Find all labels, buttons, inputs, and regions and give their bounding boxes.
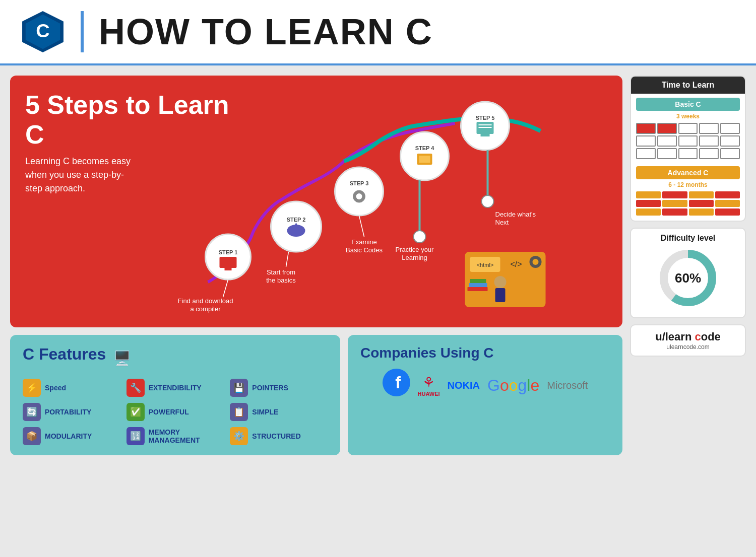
advanced-c-section: Advanced C 6 - 12 months bbox=[631, 166, 745, 221]
microsoft-logo: Microsoft bbox=[547, 380, 588, 391]
svg-line-28 bbox=[286, 252, 289, 267]
svg-text:Next: Next bbox=[495, 219, 509, 226]
steps-path-svg: STEP 1 STEP 2 STEP 3 bbox=[101, 91, 617, 317]
features-panel: C Features 🖥️ ⚡ Speed 🔧 EXTENDIBILITY bbox=[10, 335, 340, 455]
svg-text:STEP 1: STEP 1 bbox=[219, 249, 238, 255]
adv-cell bbox=[689, 200, 714, 207]
feature-label: MEMORY MANAGEMENT bbox=[149, 428, 224, 444]
svg-text:the basics: the basics bbox=[266, 276, 296, 284]
brand-panel: u/learn code ulearncode.com bbox=[630, 324, 746, 357]
basic-c-section: Basic C 3 weeks bbox=[631, 94, 745, 166]
svg-point-48 bbox=[494, 276, 507, 288]
list-item: ✅ POWERFUL bbox=[127, 403, 224, 421]
svg-text:</>: </> bbox=[511, 260, 522, 268]
adv-cell bbox=[662, 208, 687, 216]
calendar-cell bbox=[699, 135, 719, 147]
basic-c-title: Basic C bbox=[636, 98, 740, 111]
header: C HOW TO LEARN C bbox=[0, 0, 756, 65]
adv-cell bbox=[636, 191, 661, 198]
svg-text:STEP 4: STEP 4 bbox=[415, 145, 435, 151]
svg-text:Practice your: Practice your bbox=[396, 246, 434, 253]
calendar-cell bbox=[699, 148, 719, 159]
advanced-c-calendar bbox=[636, 191, 740, 216]
memory-icon: 🔢 bbox=[127, 427, 145, 445]
svg-text:C: C bbox=[36, 20, 49, 41]
svg-rect-22 bbox=[481, 134, 490, 136]
brand-url: ulearncode.com bbox=[636, 343, 740, 351]
list-item: 🔄 PORTABILITY bbox=[23, 403, 120, 421]
difficulty-panel: Difficulty level 60% bbox=[630, 228, 746, 318]
powerful-icon: ✅ bbox=[127, 403, 145, 421]
list-item: 🔢 MEMORY MANAGEMENT bbox=[127, 427, 224, 445]
facebook-logo: f bbox=[383, 369, 410, 402]
feature-label: STRUCTURED bbox=[252, 432, 300, 440]
calendar-cell bbox=[657, 135, 677, 147]
steps-panel: 5 Steps to Learn C Learning C becomes ea… bbox=[10, 76, 622, 327]
adv-cell bbox=[662, 191, 687, 198]
feature-label: SIMPLE bbox=[252, 408, 278, 416]
companies-panel: Companies Using C f ⚘ HUAWEI NOKIA bbox=[348, 335, 622, 455]
feature-label: EXTENDIBILITY bbox=[149, 384, 202, 392]
c-logo: C bbox=[20, 9, 66, 54]
calendar-cell bbox=[699, 123, 719, 134]
time-to-learn-panel: Time to Learn Basic C 3 weeks bbox=[630, 76, 746, 222]
svg-rect-52 bbox=[470, 279, 486, 283]
svg-rect-49 bbox=[495, 288, 506, 302]
basic-c-calendar bbox=[636, 123, 740, 159]
svg-text:Find and download: Find and download bbox=[178, 297, 233, 305]
svg-text:Learning: Learning bbox=[402, 254, 427, 261]
list-item: 🔧 EXTENDIBILITY bbox=[127, 379, 224, 397]
steps-visual: STEP 1 STEP 2 STEP 3 bbox=[101, 91, 617, 317]
feature-label: POWERFUL bbox=[149, 408, 189, 416]
difficulty-percent: 60% bbox=[675, 270, 701, 286]
svg-text:a compiler: a compiler bbox=[191, 305, 221, 313]
left-section: 5 Steps to Learn C Learning C becomes ea… bbox=[10, 76, 622, 455]
svg-text:Basic Codes: Basic Codes bbox=[346, 246, 383, 254]
calendar-cell bbox=[636, 148, 656, 159]
svg-text:<html>: <html> bbox=[477, 262, 494, 268]
calendar-cell bbox=[720, 123, 740, 134]
svg-text:STEP 2: STEP 2 bbox=[287, 217, 306, 223]
feature-label: POINTERS bbox=[252, 384, 288, 392]
svg-rect-5 bbox=[220, 257, 237, 268]
list-item: 💾 POINTERS bbox=[230, 379, 328, 397]
google-logo: Google bbox=[487, 376, 539, 395]
adv-cell bbox=[689, 191, 714, 198]
modularity-icon: 📦 bbox=[23, 427, 41, 445]
portability-icon: 🔄 bbox=[23, 403, 41, 421]
list-item: 📋 SIMPLE bbox=[230, 403, 328, 421]
advanced-c-title: Advanced C bbox=[636, 166, 740, 179]
features-grid: ⚡ Speed 🔧 EXTENDIBILITY 💾 POINTERS bbox=[23, 379, 328, 445]
advanced-c-duration: 6 - 12 months bbox=[636, 181, 740, 188]
list-item: ⚡ Speed bbox=[23, 379, 120, 397]
adv-cell bbox=[715, 200, 740, 207]
extendibility-icon: 🔧 bbox=[127, 379, 145, 397]
structured-icon: ⚙️ bbox=[230, 427, 248, 445]
right-sidebar: Time to Learn Basic C 3 weeks bbox=[630, 76, 746, 455]
svg-text:Decide what's: Decide what's bbox=[495, 211, 536, 218]
svg-rect-50 bbox=[468, 287, 488, 291]
feature-label: PORTABILITY bbox=[45, 408, 91, 416]
svg-line-31 bbox=[359, 216, 364, 237]
difficulty-donut: 60% bbox=[658, 248, 718, 308]
features-decoration-icon: 🖥️ bbox=[113, 350, 131, 367]
svg-text:Start from: Start from bbox=[267, 268, 295, 276]
svg-text:STEP 3: STEP 3 bbox=[350, 180, 369, 186]
brand-name: u/learn code bbox=[636, 330, 740, 343]
pointers-icon: 💾 bbox=[230, 379, 248, 397]
adv-cell bbox=[715, 191, 740, 198]
calendar-cell bbox=[678, 148, 698, 159]
calendar-cell bbox=[636, 135, 656, 147]
adv-cell bbox=[636, 208, 661, 216]
svg-rect-51 bbox=[469, 283, 487, 287]
svg-rect-18 bbox=[419, 156, 430, 163]
time-panel-header: Time to Learn bbox=[631, 77, 745, 94]
svg-line-25 bbox=[223, 280, 228, 297]
basic-c-duration: 3 weeks bbox=[636, 113, 740, 120]
svg-point-14 bbox=[356, 193, 362, 199]
calendar-cell bbox=[678, 123, 698, 134]
features-title: C Features bbox=[23, 345, 106, 364]
list-item: ⚙️ STRUCTURED bbox=[230, 427, 328, 445]
svg-text:STEP 5: STEP 5 bbox=[476, 115, 495, 121]
companies-title: Companies Using C bbox=[360, 345, 610, 361]
